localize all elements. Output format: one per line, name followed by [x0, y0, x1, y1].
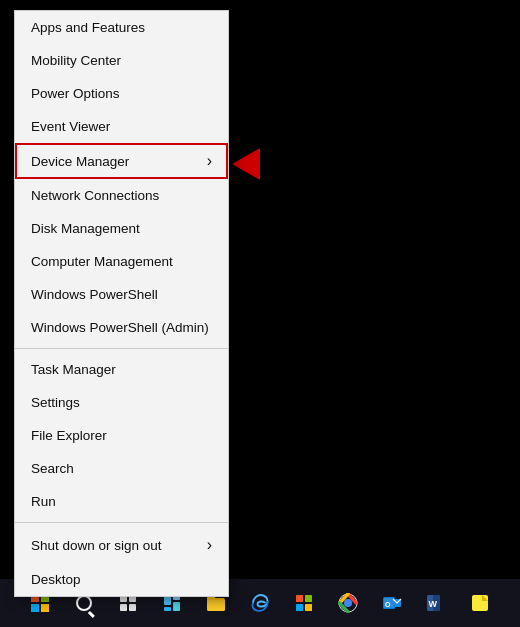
menu-item-label-windows-powershell-admin: Windows PowerShell (Admin) — [31, 320, 209, 335]
menu-item-label-run: Run — [31, 494, 56, 509]
taskbar-sticky-button[interactable] — [458, 581, 502, 625]
menu-item-task-manager[interactable]: Task Manager — [15, 353, 228, 386]
menu-item-computer-management[interactable]: Computer Management — [15, 245, 228, 278]
menu-item-mobility-center[interactable]: Mobility Center — [15, 44, 228, 77]
menu-item-network-connections[interactable]: Network Connections — [15, 179, 228, 212]
menu-item-label-device-manager: Device Manager — [31, 154, 129, 169]
menu-item-label-settings: Settings — [31, 395, 80, 410]
svg-rect-2 — [120, 604, 127, 611]
context-menu: Apps and FeaturesMobility CenterPower Op… — [14, 10, 229, 597]
svg-rect-7 — [173, 602, 180, 611]
menu-item-device-manager[interactable]: Device Manager› — [15, 143, 228, 179]
menu-item-settings[interactable]: Settings — [15, 386, 228, 419]
menu-separator — [15, 522, 228, 523]
taskbar-outlook-button[interactable]: O — [370, 581, 414, 625]
edge-icon — [250, 593, 270, 613]
menu-item-event-viewer[interactable]: Event Viewer — [15, 110, 228, 143]
taskbar-store-button[interactable] — [282, 581, 326, 625]
menu-item-windows-powershell-admin[interactable]: Windows PowerShell (Admin) — [15, 311, 228, 344]
svg-rect-3 — [129, 604, 136, 611]
menu-item-label-windows-powershell: Windows PowerShell — [31, 287, 158, 302]
svg-text:W: W — [429, 599, 438, 609]
menu-separator — [15, 348, 228, 349]
submenu-arrow-icon: › — [207, 536, 212, 554]
sticky-icon — [470, 593, 490, 613]
svg-rect-11 — [305, 604, 312, 611]
menu-item-label-disk-management: Disk Management — [31, 221, 140, 236]
svg-rect-6 — [164, 607, 171, 611]
menu-item-label-event-viewer: Event Viewer — [31, 119, 110, 134]
taskbar-word-button[interactable]: W — [414, 581, 458, 625]
outlook-icon: O — [382, 593, 402, 613]
word-icon: W — [426, 593, 446, 613]
menu-item-label-shut-down: Shut down or sign out — [31, 538, 162, 553]
menu-item-label-power-options: Power Options — [31, 86, 120, 101]
menu-item-label-desktop: Desktop — [31, 572, 81, 587]
svg-rect-9 — [305, 595, 312, 602]
menu-item-label-network-connections: Network Connections — [31, 188, 159, 203]
search-icon — [76, 595, 92, 611]
menu-item-desktop[interactable]: Desktop — [15, 563, 228, 596]
svg-text:O: O — [385, 601, 391, 608]
menu-item-label-file-explorer: File Explorer — [31, 428, 107, 443]
menu-item-apps-features[interactable]: Apps and Features — [15, 11, 228, 44]
store-icon — [295, 594, 313, 612]
menu-item-shut-down[interactable]: Shut down or sign out› — [15, 527, 228, 563]
menu-item-search[interactable]: Search — [15, 452, 228, 485]
menu-item-file-explorer[interactable]: File Explorer — [15, 419, 228, 452]
menu-item-power-options[interactable]: Power Options — [15, 77, 228, 110]
taskbar-chrome-button[interactable] — [326, 581, 370, 625]
taskbar-edge-button[interactable] — [238, 581, 282, 625]
chrome-icon — [338, 593, 358, 613]
submenu-arrow-icon: › — [207, 152, 212, 170]
menu-item-windows-powershell[interactable]: Windows PowerShell — [15, 278, 228, 311]
menu-item-label-mobility-center: Mobility Center — [31, 53, 121, 68]
menu-item-label-apps-features: Apps and Features — [31, 20, 145, 35]
svg-rect-22 — [472, 595, 488, 611]
menu-item-label-task-manager: Task Manager — [31, 362, 116, 377]
svg-rect-8 — [296, 595, 303, 602]
menu-item-run[interactable]: Run — [15, 485, 228, 518]
menu-item-label-search: Search — [31, 461, 74, 476]
svg-point-14 — [345, 600, 351, 606]
highlight-arrow — [232, 148, 260, 180]
menu-item-disk-management[interactable]: Disk Management — [15, 212, 228, 245]
menu-item-label-computer-management: Computer Management — [31, 254, 173, 269]
svg-rect-10 — [296, 604, 303, 611]
